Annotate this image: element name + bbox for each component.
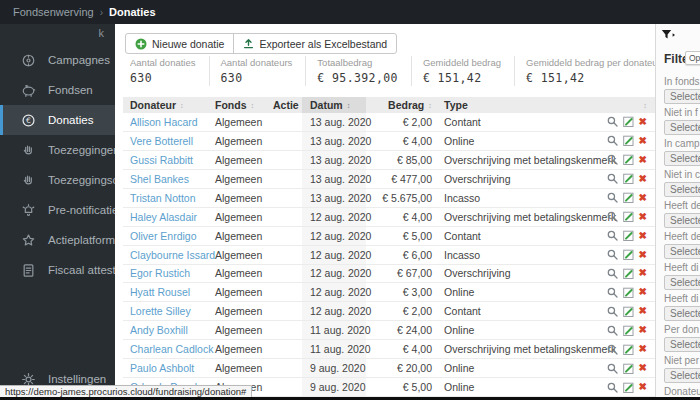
edit-note-icon[interactable] — [623, 325, 634, 336]
magnifier-icon[interactable] — [607, 154, 618, 165]
filter-funnel-icon[interactable] — [661, 29, 676, 41]
filter-select[interactable]: Selecteer — [664, 213, 700, 228]
red-x-icon[interactable]: ✖ — [639, 231, 647, 241]
magnifier-icon[interactable] — [607, 306, 618, 317]
edit-note-icon[interactable] — [623, 306, 634, 317]
edit-note-icon[interactable] — [623, 154, 634, 165]
magnifier-icon[interactable] — [607, 344, 618, 355]
edit-note-icon[interactable] — [623, 344, 634, 355]
column-header-actie[interactable]: Actie↕ — [273, 97, 302, 113]
cell-donor: Gussi Rabbitt — [123, 151, 215, 169]
filter-select[interactable]: Selecteer — [664, 275, 700, 290]
magnifier-icon[interactable] — [607, 211, 618, 222]
magnifier-icon[interactable] — [607, 249, 618, 260]
donor-link[interactable]: Lorette Silley — [130, 305, 191, 317]
breadcrumb-root[interactable]: Fondsenwerving — [13, 6, 94, 18]
filter-open-chip[interactable]: Ope — [685, 51, 700, 65]
donor-link[interactable]: Vere Botterell — [130, 135, 193, 147]
table-row: Egor RustichAlgemeen12 aug. 2020€ 67,00O… — [123, 265, 655, 284]
cell-action — [273, 132, 302, 150]
column-label: Actie — [273, 99, 299, 111]
column-header-bedrag[interactable]: Bedrag↕ — [366, 97, 436, 113]
donor-link[interactable]: Claybourne Issard — [130, 249, 215, 261]
magnifier-icon[interactable] — [607, 363, 618, 374]
donor-link[interactable]: Andy Boxhill — [130, 324, 188, 336]
edit-note-icon[interactable] — [623, 116, 634, 127]
red-x-icon[interactable]: ✖ — [639, 174, 647, 184]
filter-select[interactable]: Selecteer — [664, 368, 700, 383]
filter-select[interactable]: Selecteer — [664, 89, 700, 104]
edit-note-icon[interactable] — [623, 211, 634, 222]
donor-link[interactable]: Paulo Ashbolt — [130, 362, 194, 374]
magnifier-icon[interactable] — [607, 173, 618, 184]
red-x-icon[interactable]: ✖ — [639, 250, 647, 260]
filter-select[interactable]: Selecteer — [664, 244, 700, 259]
sidebar-item-donaties[interactable]: €Donaties — [0, 105, 115, 135]
magnifier-icon[interactable] — [607, 116, 618, 127]
edit-note-icon[interactable] — [623, 268, 634, 279]
magnifier-icon[interactable] — [607, 135, 618, 146]
magnifier-icon[interactable] — [607, 230, 618, 241]
sidebar-item-pre-notificatie[interactable]: Pre-notificatie — [0, 195, 115, 225]
cell-date: 12 aug. 2020 — [302, 227, 366, 245]
donor-link[interactable]: Charlean Cadlock — [130, 343, 213, 355]
sidebar-item-campagnes[interactable]: Campagnes — [0, 45, 115, 75]
sidebar-collapse-hint[interactable]: k — [99, 27, 105, 39]
sidebar-item-fiscaal-attest[interactable]: Fiscaal attest — [0, 255, 115, 285]
edit-note-icon[interactable] — [623, 230, 634, 241]
magnifier-icon[interactable] — [607, 325, 618, 336]
column-header-type[interactable]: Type — [436, 97, 593, 113]
new-donation-button[interactable]: Nieuwe donatie — [126, 34, 233, 53]
red-x-icon[interactable]: ✖ — [639, 382, 647, 392]
red-x-icon[interactable]: ✖ — [639, 193, 647, 203]
edit-note-icon[interactable] — [623, 287, 634, 298]
edit-note-icon[interactable] — [623, 363, 634, 374]
magnifier-icon[interactable] — [607, 382, 618, 393]
donor-link[interactable]: Oliver Enrdigo — [130, 230, 197, 242]
donor-link[interactable]: Egor Rustich — [130, 267, 190, 279]
cell-fund: Algemeen — [215, 340, 273, 358]
cell-donor: Vere Botterell — [123, 132, 215, 150]
red-x-icon[interactable]: ✖ — [639, 136, 647, 146]
red-x-icon[interactable]: ✖ — [639, 212, 647, 222]
column-header-datum[interactable]: Datum↕ — [302, 97, 366, 113]
magnifier-icon[interactable] — [607, 268, 618, 279]
sidebar-item-actieplatform[interactable]: Actieplatform — [0, 225, 115, 255]
magnifier-icon[interactable] — [607, 287, 618, 298]
column-header-donateur[interactable]: Donateur↕ — [123, 97, 215, 113]
filter-select[interactable]: Selecteer — [664, 120, 700, 135]
table-body: Allison HacardAlgemeen13 aug. 2020€ 2,00… — [123, 113, 655, 397]
red-x-icon[interactable]: ✖ — [639, 117, 647, 127]
column-header-fonds[interactable]: Fonds↕ — [215, 97, 273, 113]
donor-link[interactable]: Shel Bankes — [130, 173, 189, 185]
red-x-icon[interactable]: ✖ — [639, 363, 647, 373]
red-x-icon[interactable]: ✖ — [639, 344, 647, 354]
donor-link[interactable]: Gussi Rabbitt — [130, 154, 193, 166]
red-x-icon[interactable]: ✖ — [639, 155, 647, 165]
piggy-bank-icon — [21, 83, 36, 98]
edit-note-icon[interactable] — [623, 173, 634, 184]
export-excel-button[interactable]: Exporteer als Excelbestand — [233, 34, 396, 53]
filter-select[interactable]: Selecteer — [664, 182, 700, 197]
edit-note-icon[interactable] — [623, 249, 634, 260]
magnifier-icon[interactable] — [607, 192, 618, 203]
sidebar-item-toezeggingen[interactable]: Toezeggingen — [0, 135, 115, 165]
red-x-icon[interactable]: ✖ — [639, 325, 647, 335]
red-x-icon[interactable]: ✖ — [639, 306, 647, 316]
filter-select[interactable]: Selecteer — [664, 337, 700, 352]
sidebar-item-toezeggingscontrole[interactable]: Toezeggingscontrole — [0, 165, 115, 195]
table-row: Hyatt RouselAlgemeen12 aug. 2020€ 3,00On… — [123, 283, 655, 302]
red-x-icon[interactable]: ✖ — [639, 287, 647, 297]
red-x-icon[interactable]: ✖ — [639, 268, 647, 278]
edit-note-icon[interactable] — [623, 192, 634, 203]
donor-link[interactable]: Tristan Notton — [130, 192, 196, 204]
sidebar-item-fondsen[interactable]: Fondsen — [0, 75, 115, 105]
filter-select[interactable]: Selecteer — [664, 306, 700, 321]
donor-link[interactable]: Hyatt Rousel — [130, 286, 190, 298]
edit-note-icon[interactable] — [623, 382, 634, 393]
donor-link[interactable]: Allison Hacard — [130, 116, 198, 128]
edit-note-icon[interactable] — [623, 135, 634, 146]
donor-link[interactable]: Haley Alasdair — [130, 211, 197, 223]
sort-icon: ↕ — [428, 101, 432, 110]
filter-select[interactable]: Selecteer — [664, 151, 700, 166]
